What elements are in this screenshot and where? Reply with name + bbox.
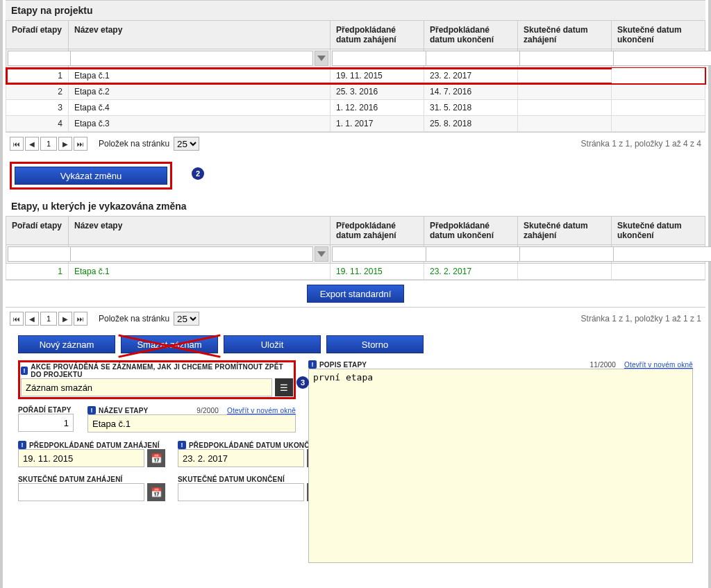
required-icon: ! xyxy=(21,367,28,375)
cell-pu: 23. 2. 2017 xyxy=(424,68,518,84)
table-row[interactable]: 2Etapa č.225. 3. 201614. 7. 2016 xyxy=(6,84,705,100)
last-page-icon[interactable]: ⏭ xyxy=(74,137,87,151)
page-number-input[interactable] xyxy=(40,312,57,326)
cell-sz xyxy=(518,68,612,84)
required-icon: ! xyxy=(178,441,186,449)
cell-nazev: Etapa č.1 xyxy=(69,68,331,84)
col-skut-ukonceni[interactable]: Skutečné datum ukončení xyxy=(612,21,705,49)
akce-label: AKCE PROVÁDĚNÁ SE ZÁZNAMEM, JAK JI CHCEM… xyxy=(31,363,293,378)
table-row[interactable]: 1Etapa č.119. 11. 201523. 2. 2017 xyxy=(6,264,705,280)
next-page-icon[interactable]: ▶ xyxy=(58,137,72,151)
ulozit-button[interactable]: Uložit xyxy=(224,335,321,353)
table-row[interactable]: 3Etapa č.41. 12. 201631. 5. 2018 xyxy=(6,100,705,116)
popis-label: POPIS ETAPY xyxy=(319,361,367,369)
cell-poradi: 1 xyxy=(6,68,69,84)
pager-bar-2: ⏮ ◀ ▶ ⏭ Položek na stránku 25 Stránka 1 … xyxy=(6,307,705,330)
first-page-icon[interactable]: ⏮ xyxy=(10,137,24,151)
filter-su-2[interactable] xyxy=(613,246,711,262)
filter-icon[interactable] xyxy=(315,51,328,66)
open-new-window-link[interactable]: Otevřít v novém okně xyxy=(227,407,296,414)
sz-input[interactable] xyxy=(18,483,144,501)
per-page-label: Položek na stránku xyxy=(99,139,169,149)
list-picker-icon[interactable]: ☰ xyxy=(275,378,293,396)
pager-bar-1: ⏮ ◀ ▶ ⏭ Položek na stránku 25 Stránka 1 … xyxy=(6,132,705,155)
pu-label: PŘEDPOKLÁDANÉ DATUM UKONČENÍ xyxy=(189,442,321,449)
section-title-zmeny: Etapy, u kterých je vykazována změna xyxy=(6,196,705,216)
callout-2: 2 xyxy=(192,167,204,180)
poradi-label: POŘADÍ ETAPY xyxy=(18,406,79,414)
first-page-icon[interactable]: ⏮ xyxy=(10,312,24,326)
su-input[interactable] xyxy=(178,483,304,501)
section-title-etapy: Etapy na projektu xyxy=(6,0,705,20)
vykazat-highlight: Vykázat změnu xyxy=(10,162,172,190)
pager-summary: Stránka 1 z 1, položky 1 až 4 z 4 xyxy=(581,139,701,149)
akce-highlight: !AKCE PROVÁDĚNÁ SE ZÁZNAMEM, JAK JI CHCE… xyxy=(18,360,296,399)
export-button[interactable]: Export standardní xyxy=(307,285,405,303)
per-page-select[interactable]: 25 xyxy=(174,312,199,326)
filter-su[interactable] xyxy=(613,51,711,66)
nazev-count: 9/2000 xyxy=(196,407,219,414)
calendar-icon[interactable]: 📅 xyxy=(147,449,165,467)
nazev-input[interactable] xyxy=(87,414,296,432)
smazat-zaznam-button[interactable]: Smazat záznam xyxy=(121,335,218,353)
required-icon: ! xyxy=(18,441,26,449)
callout-3: 3 xyxy=(296,376,309,389)
grid-zmeny: Pořadí etapy Název etapy Předpokládané d… xyxy=(6,216,705,280)
last-page-icon[interactable]: ⏭ xyxy=(74,312,87,326)
col-pred-zahajeni[interactable]: Předpokládané datum zahájení xyxy=(331,21,424,49)
open-new-window-link[interactable]: Otevřít v novém okně xyxy=(624,361,693,369)
novy-zaznam-button[interactable]: Nový záznam xyxy=(18,335,115,353)
prev-page-icon[interactable]: ◀ xyxy=(25,312,39,326)
calendar-icon[interactable]: 📅 xyxy=(147,483,165,501)
col-skut-zahajeni[interactable]: Skutečné datum zahájení xyxy=(518,21,612,49)
sz-label: SKUTEČNÉ DATUM ZAHÁJENÍ xyxy=(18,476,165,483)
filter-nazev-2[interactable] xyxy=(70,246,313,262)
pager-summary: Stránka 1 z 1, položky 1 až 1 z 1 xyxy=(581,314,701,324)
akce-input[interactable] xyxy=(21,378,272,396)
filter-nazev[interactable] xyxy=(70,51,313,66)
cell-su xyxy=(612,68,705,84)
filter-icon[interactable] xyxy=(315,246,328,262)
vykazat-zmenu-button[interactable]: Vykázat změnu xyxy=(15,167,167,185)
su-label: SKUTEČNÉ DATUM UKONČENÍ xyxy=(178,476,325,483)
next-page-icon[interactable]: ▶ xyxy=(58,312,72,326)
nazev-label: NÁZEV ETAPY xyxy=(99,407,148,414)
required-icon: ! xyxy=(308,360,317,369)
pz-input[interactable] xyxy=(18,449,144,467)
col-nazev[interactable]: Název etapy xyxy=(69,21,331,49)
grid-etapy: Pořadí etapy Název etapy Předpokládané d… xyxy=(6,20,705,132)
table-row[interactable]: 4Etapa č.31. 1. 201725. 8. 2018 xyxy=(6,116,705,132)
per-page-select[interactable]: 25 xyxy=(174,137,199,151)
col-poradi[interactable]: Pořadí etapy xyxy=(6,21,69,49)
page-number-input[interactable] xyxy=(40,137,57,151)
prev-page-icon[interactable]: ◀ xyxy=(25,137,39,151)
table-row[interactable]: 1 Etapa č.1 19. 11. 2015 23. 2. 2017 xyxy=(6,68,705,84)
required-icon: ! xyxy=(87,406,96,414)
storno-button[interactable]: Storno xyxy=(326,335,424,353)
per-page-label: Položek na stránku xyxy=(99,314,169,324)
popis-textarea[interactable] xyxy=(308,369,693,563)
col-pred-ukonceni[interactable]: Předpokládané datum ukončení xyxy=(424,21,518,49)
pz-label: PŘEDPOKLÁDANÉ DATUM ZAHÁJENÍ xyxy=(29,442,160,449)
popis-count: 11/2000 xyxy=(589,361,616,369)
pu-input[interactable] xyxy=(178,449,304,467)
poradi-input[interactable] xyxy=(18,414,74,432)
cell-pz: 19. 11. 2015 xyxy=(331,68,424,84)
